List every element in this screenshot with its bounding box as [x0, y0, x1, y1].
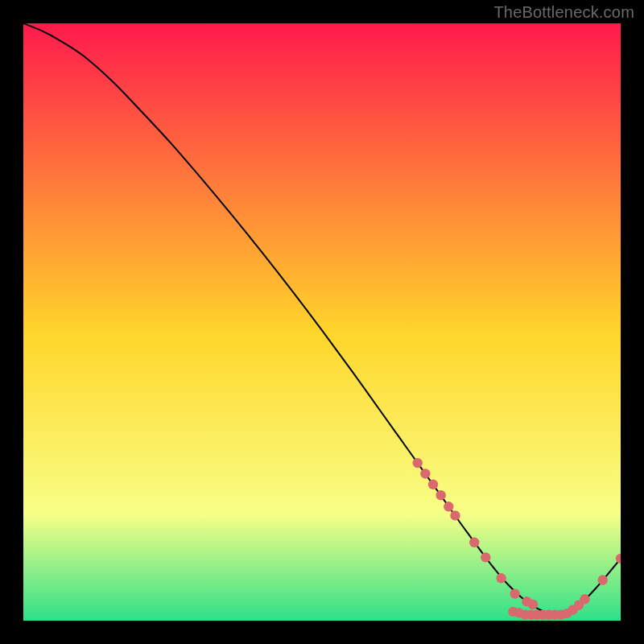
data-point [420, 469, 430, 478]
data-point [528, 600, 538, 609]
chart-plot [23, 23, 621, 621]
data-point [580, 594, 589, 604]
data-point [436, 490, 445, 500]
data-point [469, 538, 479, 547]
data-point [428, 480, 438, 489]
data-point [413, 458, 423, 468]
watermark-label: TheBottleneck.com [493, 3, 634, 22]
data-point [496, 573, 506, 583]
data-point [481, 552, 490, 562]
data-point [444, 502, 453, 511]
data-point [510, 588, 519, 598]
data-point [450, 510, 460, 520]
data-point [598, 575, 608, 584]
chart-stage: TheBottleneck.com [0, 0, 644, 644]
gradient-background [23, 23, 621, 621]
